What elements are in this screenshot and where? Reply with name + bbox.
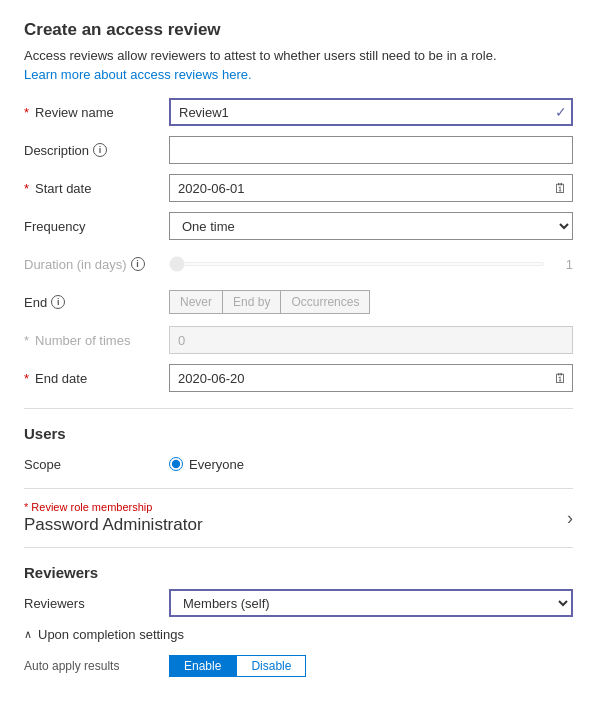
review-role-value: Password Administrator xyxy=(24,515,203,535)
description-row: Description i xyxy=(24,136,573,164)
reviewers-section-title: Reviewers xyxy=(24,564,573,581)
start-date-row: * Start date 🗓 xyxy=(24,174,573,202)
frequency-select-wrap: One time Weekly Monthly Quarterly Semi-a… xyxy=(169,212,573,240)
scope-everyone-label: Everyone xyxy=(189,457,244,472)
completion-toggle-wrap: Enable Disable xyxy=(169,655,573,677)
review-role-section[interactable]: * Review role membership Password Admini… xyxy=(24,488,573,548)
completion-toggle-row: Auto apply results Enable Disable xyxy=(24,652,573,680)
divider-users xyxy=(24,408,573,409)
completion-toggle-label: Auto apply results xyxy=(24,659,169,673)
role-chevron-right-icon: › xyxy=(567,508,573,529)
duration-slider-wrap: 1 xyxy=(169,257,573,272)
start-date-label: * Start date xyxy=(24,181,169,196)
toggle-group: Enable Disable xyxy=(169,655,573,677)
validation-checkmark: ✓ xyxy=(555,104,567,120)
end-date-row: * End date 🗓 xyxy=(24,364,573,392)
duration-value: 1 xyxy=(553,257,573,272)
toggle-enable-button[interactable]: Enable xyxy=(169,655,236,677)
scope-radio-wrap: Everyone xyxy=(169,457,573,472)
scope-label: Scope xyxy=(24,457,169,472)
reviewers-label: Reviewers xyxy=(24,596,169,611)
end-endby-button[interactable]: End by xyxy=(222,290,280,314)
required-star-2: * xyxy=(24,181,29,196)
chevron-up-icon: ∧ xyxy=(24,628,32,641)
scope-everyone-radio[interactable] xyxy=(169,457,183,471)
frequency-row: Frequency One time Weekly Monthly Quarte… xyxy=(24,212,573,240)
end-row: End i Never End by Occurrences xyxy=(24,288,573,316)
required-star-4: * xyxy=(24,371,29,386)
end-occurrences-button[interactable]: Occurrences xyxy=(280,290,370,314)
start-date-input[interactable] xyxy=(169,174,573,202)
review-name-input-wrap: ✓ xyxy=(169,98,573,126)
number-of-times-label: * Number of times xyxy=(24,333,169,348)
intro-text: Access reviews allow reviewers to attest… xyxy=(24,48,573,63)
duration-slider[interactable] xyxy=(169,262,545,266)
reviewers-row: Reviewers Members (self) Selected users … xyxy=(24,589,573,617)
review-role-required-label: * Review role membership xyxy=(24,501,203,513)
description-input-wrap xyxy=(169,136,573,164)
form-section: * Review name ✓ Description i * Start da… xyxy=(24,98,573,392)
learn-more-link[interactable]: Learn more about access reviews here. xyxy=(24,67,252,82)
number-of-times-row: * Number of times xyxy=(24,326,573,354)
end-date-wrap: 🗓 xyxy=(169,364,573,392)
review-role-content: * Review role membership Password Admini… xyxy=(24,501,203,535)
reviewers-select[interactable]: Members (self) Selected users Manager xyxy=(169,589,573,617)
reviewers-section: Reviewers Reviewers Members (self) Selec… xyxy=(24,564,573,617)
required-star-3: * xyxy=(24,333,29,348)
review-name-row: * Review name ✓ xyxy=(24,98,573,126)
required-star: * xyxy=(24,105,29,120)
description-input[interactable] xyxy=(169,136,573,164)
end-date-label: * End date xyxy=(24,371,169,386)
duration-row: Duration (in days) i 1 xyxy=(24,250,573,278)
page-title: Create an access review xyxy=(24,20,573,40)
end-info-icon: i xyxy=(51,295,65,309)
start-date-wrap: 🗓 xyxy=(169,174,573,202)
duration-label: Duration (in days) i xyxy=(24,257,169,272)
toggle-disable-button[interactable]: Disable xyxy=(236,655,306,677)
end-buttons-group: Never End by Occurrences xyxy=(169,290,573,314)
users-section: Users Scope Everyone xyxy=(24,425,573,478)
review-name-label: * Review name xyxy=(24,105,169,120)
users-section-title: Users xyxy=(24,425,573,442)
number-of-times-input[interactable] xyxy=(169,326,573,354)
description-info-icon: i xyxy=(93,143,107,157)
frequency-select[interactable]: One time Weekly Monthly Quarterly Semi-a… xyxy=(169,212,573,240)
number-of-times-input-wrap xyxy=(169,326,573,354)
duration-info-icon: i xyxy=(131,257,145,271)
reviewers-select-wrap: Members (self) Selected users Manager xyxy=(169,589,573,617)
review-name-input[interactable] xyxy=(169,98,573,126)
completion-settings-header[interactable]: ∧ Upon completion settings xyxy=(24,627,573,642)
scope-row: Scope Everyone xyxy=(24,450,573,478)
completion-label: Upon completion settings xyxy=(38,627,184,642)
description-label: Description i xyxy=(24,143,169,158)
end-label: End i xyxy=(24,295,169,310)
frequency-label: Frequency xyxy=(24,219,169,234)
end-never-button[interactable]: Never xyxy=(169,290,222,314)
end-date-input[interactable] xyxy=(169,364,573,392)
